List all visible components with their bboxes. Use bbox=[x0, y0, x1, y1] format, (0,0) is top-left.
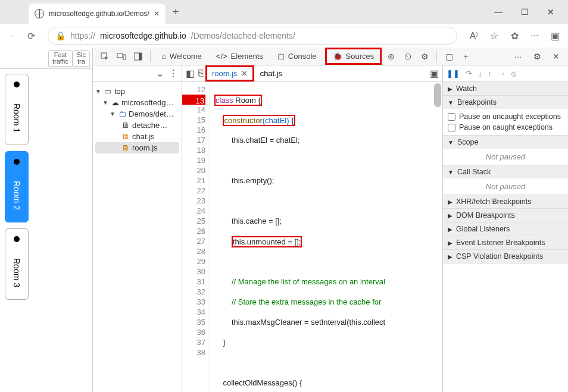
tab-console[interactable]: ▢ Console bbox=[271, 49, 323, 63]
file-navigator: ⌄ ⋮ ▼ ▭ top ▼ ☁ microsoftedg… ▼ bbox=[93, 65, 182, 392]
pause-caught-checkbox[interactable] bbox=[448, 124, 455, 131]
close-devtools-icon[interactable]: ✕ bbox=[549, 49, 563, 64]
tree-folder[interactable]: ▼ 🗀 Demos/det… bbox=[95, 108, 179, 120]
collections-icon[interactable]: ▣ bbox=[549, 30, 561, 42]
tab-sources[interactable]: 🐞 Sources bbox=[325, 48, 382, 65]
tab-elements[interactable]: </> Elements bbox=[210, 49, 269, 63]
checkbox-label: Pause on uncaught exceptions bbox=[459, 112, 561, 121]
scope-section: ▼Scope Not paused bbox=[443, 136, 568, 165]
close-icon[interactable]: ✕ bbox=[241, 69, 248, 78]
step-over-icon[interactable]: ↷ bbox=[466, 69, 472, 78]
tree-label: room.js bbox=[132, 143, 158, 152]
room-1[interactable]: Room 1 bbox=[5, 74, 29, 145]
tab-label: Elements bbox=[231, 52, 263, 61]
history-icon[interactable]: ⎘ bbox=[198, 68, 204, 79]
more-icon[interactable]: ⋮ bbox=[168, 68, 178, 79]
section-header[interactable]: ▼Call Stack bbox=[443, 165, 568, 178]
code-tab-label: room.js bbox=[212, 69, 238, 78]
devtools-pane: ⌂ Welcome </> Elements ▢ Console 🐞 Sourc… bbox=[93, 48, 568, 392]
toggle-nav-icon[interactable]: ◧ bbox=[186, 68, 195, 79]
back-icon[interactable]: ← bbox=[7, 30, 19, 42]
home-icon: ⌂ bbox=[161, 52, 166, 61]
tree-label: detache… bbox=[132, 121, 167, 130]
tree-domain[interactable]: ▼ ☁ microsoftedg… bbox=[95, 97, 179, 108]
global-listeners-section[interactable]: ▶Global Listeners bbox=[443, 222, 568, 236]
panel-icon[interactable]: ▢ bbox=[442, 49, 456, 64]
fast-traffic-button[interactable]: Fast traffic bbox=[48, 50, 73, 67]
toggle-debug-icon[interactable]: ▣ bbox=[430, 68, 439, 79]
step-out-icon[interactable]: ↑ bbox=[488, 69, 492, 78]
code-tab-label: chat.js bbox=[260, 69, 283, 78]
read-aloud-icon[interactable]: A⁾ bbox=[468, 30, 480, 42]
add-panel-icon[interactable]: + bbox=[458, 49, 473, 64]
svg-rect-4 bbox=[139, 53, 142, 60]
more-icon[interactable]: ··· bbox=[529, 30, 541, 42]
scrollbar[interactable] bbox=[434, 83, 441, 392]
refresh-icon[interactable]: ⟳ bbox=[25, 30, 37, 42]
tree-label: top bbox=[114, 87, 125, 96]
file-tree: ▼ ▭ top ▼ ☁ microsoftedg… ▼ 🗀 Demos/det… bbox=[93, 82, 182, 157]
event-bp-section[interactable]: ▶Event Listener Breakpoints bbox=[443, 236, 568, 250]
svg-rect-1 bbox=[117, 54, 123, 58]
section-header[interactable]: ▼Scope bbox=[443, 136, 568, 149]
new-tab-button[interactable]: + bbox=[173, 6, 179, 18]
address-bar: ← ⟳ 🔒 https://microsoftedge.github.io/De… bbox=[0, 24, 568, 48]
extensions-icon[interactable]: ✿ bbox=[508, 30, 520, 42]
line-gutter: 12 13 14 15 16 17 18 19 20 21 22 23 24 2… bbox=[182, 82, 210, 392]
maximize-icon[interactable]: ☐ bbox=[519, 7, 530, 17]
more-tools-icon[interactable]: ··· bbox=[511, 49, 525, 64]
csp-bp-section[interactable]: ▶CSP Violation Breakpoints bbox=[443, 250, 568, 264]
minimize-icon[interactable]: — bbox=[493, 7, 504, 17]
rooms-list: Room 1 Room 2 Room 3 bbox=[0, 69, 92, 392]
tab-label: Welcome bbox=[170, 52, 202, 61]
content-area: Fast traffic Slc tra Room 1 Room 2 Room … bbox=[0, 48, 568, 392]
code-editor[interactable]: 12 13 14 15 16 17 18 19 20 21 22 23 24 2… bbox=[182, 82, 442, 392]
slow-traffic-button[interactable]: Slc tra bbox=[73, 50, 90, 67]
dock-icon[interactable] bbox=[131, 49, 145, 64]
room-2[interactable]: Room 2 bbox=[5, 151, 29, 222]
device-icon[interactable] bbox=[114, 49, 129, 64]
memory-icon[interactable]: ⚙ bbox=[417, 49, 432, 64]
code-tab-active[interactable]: room.js ✕ bbox=[205, 65, 254, 81]
url-protocol: https:// bbox=[70, 31, 95, 40]
browser-tab[interactable]: microsoftedge.github.io/Demos/c ✕ bbox=[29, 4, 166, 24]
settings-icon[interactable]: ⚙ bbox=[530, 49, 544, 64]
tab-title: microsoftedge.github.io/Demos/c bbox=[49, 10, 149, 18]
tree-file[interactable]: 🗎 detache… bbox=[95, 120, 179, 131]
tab-welcome[interactable]: ⌂ Welcome bbox=[155, 49, 208, 63]
file-icon: 🗎 bbox=[121, 144, 130, 152]
xhr-bp-section[interactable]: ▶XHR/fetch Breakpoints bbox=[443, 195, 568, 209]
page-toolbar: Fast traffic Slc tra bbox=[0, 48, 92, 69]
performance-icon[interactable]: ⏲ bbox=[401, 49, 415, 64]
section-title: Breakpoints bbox=[457, 98, 497, 106]
url-path: /Demos/detached-elements/ bbox=[191, 31, 295, 40]
watch-section[interactable]: ▶Watch bbox=[443, 82, 568, 96]
tree-file[interactable]: 🗎 chat.js bbox=[95, 131, 179, 142]
tab-label: Console bbox=[288, 52, 317, 61]
chevron-down-icon[interactable]: ⌄ bbox=[156, 68, 164, 79]
step-into-icon[interactable]: ↓ bbox=[478, 69, 482, 78]
room-3[interactable]: Room 3 bbox=[5, 228, 29, 300]
dom-bp-section[interactable]: ▶DOM Breakpoints bbox=[443, 209, 568, 222]
window-controls: — ☐ ✕ bbox=[493, 7, 568, 17]
tree-top[interactable]: ▼ ▭ top bbox=[95, 86, 179, 97]
deactivate-bp-icon[interactable]: ⦸ bbox=[511, 69, 516, 79]
lock-icon: 🔒 bbox=[55, 31, 65, 40]
url-field[interactable]: 🔒 https://microsoftedge.github.io/Demos/… bbox=[48, 27, 457, 45]
section-header[interactable]: ▼Breakpoints bbox=[443, 96, 568, 109]
close-window-icon[interactable]: ✕ bbox=[545, 7, 556, 17]
tree-file-selected[interactable]: 🗎 room.js bbox=[95, 142, 179, 153]
close-tab-icon[interactable]: ✕ bbox=[154, 10, 160, 18]
network-status-icon[interactable]: ⊚ bbox=[384, 49, 398, 64]
favorite-icon[interactable]: ☆ bbox=[488, 30, 500, 42]
code-tab[interactable]: chat.js bbox=[255, 67, 288, 80]
code-lines: class Room { constructor(chatEl) { this.… bbox=[210, 82, 442, 392]
inspect-icon[interactable] bbox=[98, 49, 112, 64]
section-title: Watch bbox=[456, 84, 477, 93]
code-icon: </> bbox=[216, 52, 227, 61]
page-pane: Fast traffic Slc tra Room 1 Room 2 Room … bbox=[0, 48, 93, 392]
step-icon[interactable]: → bbox=[498, 69, 505, 78]
globe-icon bbox=[35, 9, 44, 18]
pause-icon[interactable]: ❚❚ bbox=[447, 69, 460, 78]
pause-uncaught-checkbox[interactable] bbox=[448, 113, 455, 121]
